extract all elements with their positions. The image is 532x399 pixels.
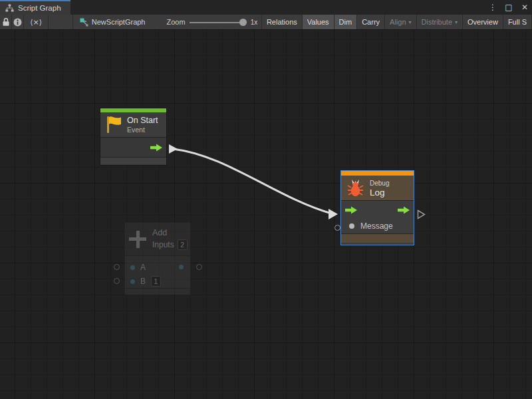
tab-script-graph[interactable]: Script Graph <box>0 0 70 15</box>
flag-icon <box>106 116 122 134</box>
graph-name-label: NewScriptGraph <box>92 18 146 26</box>
flow-input-arrow-icon[interactable] <box>345 206 357 215</box>
fullscreen-label: Full S <box>508 18 527 26</box>
lock-icon <box>2 17 10 27</box>
add-node-group: Add Inputs 2 A B 1 <box>113 222 203 298</box>
add-output-external-port[interactable] <box>196 264 202 270</box>
on-start-node[interactable]: On Start Event <box>100 108 167 166</box>
node-footer <box>100 158 166 164</box>
message-port[interactable] <box>349 223 354 229</box>
bug-icon <box>346 180 364 197</box>
relations-label: Relations <box>267 18 297 26</box>
script-graph-window: Script Graph ⋮ □ ✕ <box>0 0 532 399</box>
node-footer <box>341 234 414 243</box>
add-node[interactable]: Add Inputs 2 A B 1 <box>124 222 191 295</box>
tab-label: Script Graph <box>18 4 61 12</box>
tab-bar: Script Graph ⋮ □ ✕ <box>0 0 532 15</box>
zoom-label: Zoom <box>167 18 186 26</box>
graph-toolbar: ⟨×⟩ NewScriptGraph Zoom 1x Relatio <box>0 15 532 30</box>
info-button[interactable] <box>12 15 24 29</box>
values-label: Values <box>307 18 329 26</box>
port-a-label: A <box>140 263 146 272</box>
inputs-label: Inputs <box>152 240 174 249</box>
overview-label: Overview <box>467 18 498 26</box>
toolbar-blank-segment <box>49 15 72 29</box>
window-menu-icon[interactable]: ⋮ <box>488 3 497 12</box>
dim-label: Dim <box>339 18 352 26</box>
unconnected-flow-output-triangle[interactable] <box>417 209 426 222</box>
debug-log-node[interactable]: Debug Log Message <box>340 170 414 245</box>
connection-wire <box>0 30 532 399</box>
flow-output-arrow-icon[interactable] <box>398 206 410 215</box>
distribute-label: Distribute <box>422 18 452 26</box>
carry-button[interactable]: Carry <box>357 15 385 29</box>
hierarchy-icon <box>5 4 14 12</box>
zoom-slider-track <box>190 22 247 23</box>
edit-script-button[interactable]: ⟨×⟩ <box>24 15 49 29</box>
script-graph-asset-icon <box>80 18 88 27</box>
flow-output-arrow-icon[interactable] <box>150 144 162 152</box>
carry-label: Carry <box>362 18 380 26</box>
maximize-icon[interactable]: □ <box>504 3 513 12</box>
close-icon[interactable]: ✕ <box>520 3 529 12</box>
dropdown-arrow-icon: ▾ <box>409 19 412 25</box>
port-a-external-port[interactable] <box>114 264 120 270</box>
relations-button[interactable]: Relations <box>262 15 303 29</box>
distribute-button[interactable]: Distribute ▾ <box>417 15 463 29</box>
info-icon <box>13 18 22 27</box>
debug-accent-bar <box>341 171 414 176</box>
node-subtitle: Event <box>127 126 158 134</box>
message-port-label: Message <box>360 221 393 231</box>
inputs-count-field[interactable]: 2 <box>178 239 188 250</box>
graph-asset-chip[interactable]: NewScriptGraph <box>73 15 152 29</box>
node-title: Add <box>152 228 188 237</box>
lock-button[interactable] <box>0 15 12 29</box>
graph-canvas[interactable]: On Start Event <box>0 30 532 399</box>
dropdown-arrow-icon: ▾ <box>455 19 458 25</box>
port-b-external-port[interactable] <box>114 278 120 284</box>
node-category: Debug <box>370 179 389 188</box>
align-label: Align <box>390 18 406 26</box>
port-b[interactable] <box>130 279 135 284</box>
zoom-value: 1x <box>251 19 258 26</box>
zoom-slider-knob[interactable] <box>239 19 247 26</box>
zoom-slider[interactable] <box>190 15 247 30</box>
plus-icon <box>129 231 146 248</box>
node-title: On Start <box>127 116 158 126</box>
port-a[interactable] <box>130 265 135 270</box>
align-button[interactable]: Align ▾ <box>385 15 416 29</box>
node-title: Log <box>370 188 389 198</box>
node-footer <box>125 289 190 295</box>
message-external-port[interactable] <box>334 225 340 231</box>
overview-button[interactable]: Overview <box>463 15 503 29</box>
dim-button[interactable]: Dim <box>334 15 358 29</box>
code-icon: ⟨×⟩ <box>30 18 42 27</box>
values-button[interactable]: Values <box>303 15 334 29</box>
port-b-label: B <box>140 277 146 286</box>
fullscreen-button[interactable]: Full S <box>503 15 532 29</box>
add-output-port[interactable] <box>179 265 184 269</box>
port-b-value-field[interactable]: 1 <box>151 276 161 287</box>
